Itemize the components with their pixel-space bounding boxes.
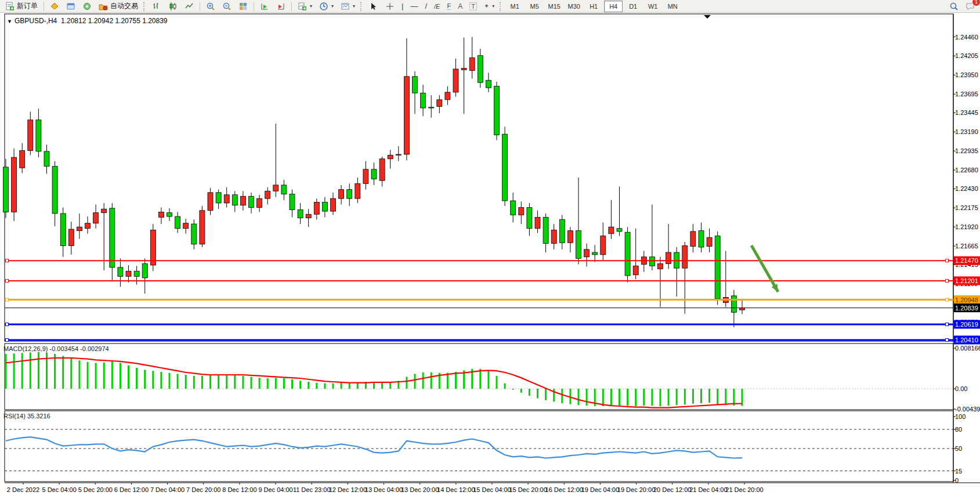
candle-bearish[interactable] [60, 214, 66, 245]
candle-bearish[interactable] [617, 229, 622, 232]
candle-bullish[interactable] [200, 211, 205, 244]
candle-bullish[interactable] [12, 157, 17, 212]
templates-button[interactable]: ▾ [338, 0, 358, 13]
candle-bearish[interactable] [298, 209, 303, 218]
auto-scroll-button[interactable] [257, 0, 272, 13]
candle-bullish[interactable] [469, 58, 475, 71]
new-order-button[interactable]: 新订单 [2, 0, 41, 13]
candle-bullish[interactable] [102, 209, 107, 212]
candle-bullish[interactable] [658, 263, 663, 269]
timeframe-button-h4[interactable]: H4 [604, 1, 623, 12]
fibonacci-button[interactable]: F [444, 0, 454, 13]
candle-bearish[interactable] [249, 196, 254, 207]
candle-bearish[interactable] [715, 236, 720, 299]
indicators-button[interactable]: ▾ [295, 0, 315, 13]
candle-bullish[interactable] [20, 151, 25, 168]
candle-bearish[interactable] [699, 231, 704, 247]
line-handle[interactable] [6, 279, 9, 282]
cursor-button[interactable] [366, 0, 381, 13]
candle-bearish[interactable] [175, 216, 180, 229]
chart-canvas[interactable]: 1.244601.242051.239501.236951.234451.231… [0, 13, 980, 499]
candle-bullish[interactable] [396, 154, 401, 155]
zoom-in-button[interactable] [203, 0, 218, 13]
candle-bullish[interactable] [224, 195, 229, 203]
candle-bullish[interactable] [601, 236, 606, 255]
candle-bearish[interactable] [134, 271, 139, 276]
candle-bullish[interactable] [363, 169, 368, 184]
candle-bullish[interactable] [150, 230, 156, 265]
candle-bullish[interactable] [388, 155, 393, 158]
horizontal-line-button[interactable]: — [407, 0, 421, 13]
line-handle[interactable] [946, 298, 949, 301]
candle-bearish[interactable] [649, 257, 654, 266]
candle-bullish[interactable] [584, 250, 590, 257]
line-handle[interactable] [946, 259, 949, 262]
candle-bullish[interactable] [257, 198, 262, 207]
candle-bullish[interactable] [355, 183, 360, 198]
macd-pane[interactable] [5, 343, 953, 410]
candle-bullish[interactable] [240, 196, 245, 205]
candle-bullish[interactable] [306, 214, 311, 218]
candle-bullish[interactable] [535, 217, 540, 228]
candle-bearish[interactable] [543, 217, 548, 243]
candle-bearish[interactable] [413, 77, 418, 93]
market-watch-button[interactable] [63, 0, 78, 13]
candle-bearish[interactable] [290, 194, 295, 209]
vertical-line-button[interactable]: | [399, 0, 406, 13]
periods-button[interactable]: ▾ [316, 0, 337, 13]
candle-bullish[interactable] [379, 159, 385, 180]
text-label-button[interactable]: T [467, 0, 480, 13]
chart-shift-button[interactable] [273, 0, 288, 13]
candle-bullish[interactable] [85, 223, 91, 229]
candle-bullish[interactable] [666, 252, 671, 263]
candle-bearish[interactable] [110, 208, 115, 267]
candle-bullish[interactable] [158, 212, 164, 217]
timeframe-button-h1[interactable]: H1 [584, 1, 603, 12]
candle-bullish[interactable] [68, 229, 74, 245]
candle-bearish[interactable] [592, 252, 598, 255]
candle-bullish[interactable] [208, 193, 213, 211]
candle-bearish[interactable] [478, 56, 483, 82]
candle-bullish[interactable] [126, 271, 131, 276]
candle-bullish[interactable] [461, 68, 467, 70]
line-chart-button[interactable] [182, 0, 197, 13]
timeframe-button-m30[interactable]: M30 [565, 1, 583, 12]
candle-bearish[interactable] [216, 193, 221, 203]
candle-bearish[interactable] [3, 167, 9, 212]
chat-button[interactable]: 1 [963, 0, 978, 13]
metaeditor-button[interactable] [47, 0, 62, 13]
candle-bearish[interactable] [232, 195, 237, 205]
candle-bullish[interactable] [519, 208, 524, 215]
line-handle[interactable] [946, 279, 949, 282]
candle-bearish[interactable] [281, 185, 287, 194]
trendline-button[interactable]: / [422, 0, 430, 13]
candle-bullish[interactable] [567, 231, 573, 243]
candle-bullish[interactable] [633, 266, 638, 274]
candle-bearish[interactable] [625, 232, 630, 276]
candle-bullish[interactable] [707, 237, 712, 246]
timeframe-button-w1[interactable]: W1 [643, 1, 662, 12]
candle-bearish[interactable] [167, 213, 172, 216]
candle-bearish[interactable] [118, 267, 123, 276]
timeframe-button-m5[interactable]: M5 [525, 1, 544, 12]
candle-bullish[interactable] [404, 77, 409, 154]
line-handle[interactable] [946, 338, 949, 341]
line-handle[interactable] [6, 298, 9, 301]
candle-bullish[interactable] [682, 245, 688, 268]
text-button[interactable]: A [455, 0, 465, 13]
candle-bearish[interactable] [429, 107, 434, 108]
candle-bullish[interactable] [453, 69, 458, 92]
timeframe-button-m15[interactable]: M15 [545, 1, 563, 12]
signals-button[interactable] [79, 0, 95, 13]
line-handle[interactable] [6, 259, 9, 262]
candle-bearish[interactable] [191, 224, 197, 244]
candle-bearish[interactable] [502, 134, 508, 201]
candle-bullish[interactable] [339, 190, 344, 198]
arrows-button[interactable]: ✦ ▾ [481, 0, 497, 13]
candlestick-chart-button[interactable] [165, 0, 180, 13]
zoom-out-button[interactable] [219, 0, 234, 13]
candle-bearish[interactable] [347, 190, 352, 198]
candle-bullish[interactable] [437, 100, 442, 107]
autotrading-button[interactable]: 自动交易 [96, 0, 141, 13]
candle-bearish[interactable] [36, 120, 41, 151]
